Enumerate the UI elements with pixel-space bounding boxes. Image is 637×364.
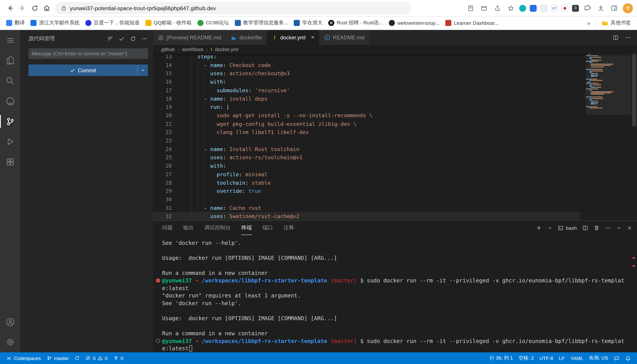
bookmark-item[interactable]: weloveinterns/op... <box>386 18 442 28</box>
commit-button[interactable]: Commit <box>28 64 148 76</box>
maximize-panel-icon[interactable] <box>616 225 621 231</box>
bookmark-item[interactable]: CC98论坛 <box>194 18 232 28</box>
cursor-position[interactable]: 行 36, 列 1 <box>487 355 516 362</box>
settings-gear-icon[interactable] <box>0 332 20 352</box>
code-text: uses: Swatinem/rust-cache@v2 <box>178 212 299 220</box>
extensions-icon[interactable] <box>0 152 20 172</box>
editor-tab[interactable]: [Preview] README.md <box>153 30 226 45</box>
panel-tab[interactable]: 端口 <box>262 221 273 235</box>
chevron-down-icon[interactable] <box>547 225 552 231</box>
favorite-star-icon[interactable] <box>506 3 515 13</box>
explorer-icon[interactable] <box>0 50 20 71</box>
terminal[interactable]: See 'docker run --help'. Usage: docker r… <box>153 235 637 352</box>
problems-indicator[interactable]: 0 0 <box>83 352 110 364</box>
bookmark-item[interactable]: QQ邮箱 - 收件箱 <box>142 18 194 28</box>
panel-tab[interactable]: 问题 <box>162 221 173 235</box>
panel-tab[interactable]: 注释 <box>283 221 294 235</box>
source-control-icon[interactable] <box>0 111 20 132</box>
panel-tab[interactable]: 终端 <box>241 221 252 235</box>
profile-avatar[interactable]: Y <box>623 3 633 13</box>
ports-indicator[interactable]: 0 <box>110 352 126 364</box>
split-window-icon[interactable] <box>609 3 619 13</box>
sync-indicator[interactable] <box>72 352 83 364</box>
language-mode[interactable]: YAML <box>567 356 586 361</box>
refresh-icon[interactable] <box>130 36 136 42</box>
code-text: - name: install deps <box>178 95 268 103</box>
bookmark-item[interactable]: 翻译 <box>3 18 28 28</box>
feedback-icon[interactable] <box>611 356 622 361</box>
code-line: 22 clang llvm libelf1 libelf-dev <box>153 128 580 137</box>
new-terminal-icon[interactable] <box>536 225 542 231</box>
remote-indicator[interactable]: Codespaces <box>3 352 44 364</box>
more-actions-icon[interactable] <box>625 34 631 41</box>
code-editor[interactable]: 13 steps:14 - name: Checkout code15 uses… <box>153 54 637 220</box>
close-tab-icon[interactable]: ✕ <box>311 35 314 40</box>
breadcrumb-item[interactable]: workflows <box>182 47 203 52</box>
commit-check-icon[interactable] <box>119 36 125 42</box>
panel-tab[interactable]: 输出 <box>183 221 194 235</box>
downloads-icon[interactable] <box>596 3 606 13</box>
notifications-bell-icon[interactable] <box>622 356 634 361</box>
editor-tab[interactable]: dockerfile <box>226 30 267 45</box>
kill-terminal-icon[interactable] <box>594 225 600 231</box>
bookmark-favicon <box>145 20 151 26</box>
editor-scrollbar[interactable] <box>632 54 636 126</box>
bookmarks-overflow-icon[interactable]: » <box>585 20 592 26</box>
editor-tab[interactable]: iREADME.md <box>320 30 369 45</box>
run-debug-icon[interactable] <box>0 132 20 152</box>
encoding[interactable]: UTF-8 <box>536 356 556 361</box>
forward-icon[interactable] <box>16 2 28 14</box>
tab-label: README.md <box>333 34 364 41</box>
commit-button-main[interactable]: Commit <box>28 64 137 76</box>
branch-indicator[interactable]: master <box>44 352 72 364</box>
other-bookmarks[interactable]: 其他书签 <box>599 18 634 28</box>
back-icon[interactable] <box>4 2 16 14</box>
breadcrumb-item[interactable]: docker.yml <box>215 47 238 52</box>
url-text[interactable]: yunwei37-potential-space-trout-rpr5qwj66… <box>70 5 216 11</box>
keyboard-layout[interactable]: 布局: US <box>586 355 611 362</box>
bookmark-item[interactable]: RRust 招聘 - Rust语... <box>325 18 386 28</box>
view-sort-icon[interactable] <box>107 36 114 42</box>
address-bar[interactable]: yunwei37-potential-space-trout-rpr5qwj66… <box>55 2 411 14</box>
panel-tab[interactable]: 调试控制台 <box>204 221 231 235</box>
extension-icon-5[interactable] <box>561 5 568 12</box>
terminal-line: Usage: docker run [OPTIONS] IMAGE [COMMA… <box>162 254 637 262</box>
minimap-slider[interactable] <box>586 54 631 115</box>
extension-icon-2[interactable] <box>530 5 536 12</box>
extensions-puzzle-icon[interactable] <box>582 3 592 13</box>
extension-icon-6[interactable]: ⠿ <box>572 5 579 12</box>
minimap[interactable] <box>586 54 631 220</box>
menu-icon[interactable] <box>0 30 20 50</box>
bookmark-item[interactable]: Learner Dashboar... <box>442 18 502 28</box>
terminal-icon <box>558 225 563 231</box>
close-panel-icon[interactable] <box>627 225 632 231</box>
extension-icon-3[interactable] <box>540 5 547 12</box>
bookmark-item[interactable]: 学在浙大 <box>291 18 325 28</box>
search-icon[interactable] <box>0 70 20 91</box>
github-icon[interactable] <box>0 91 20 111</box>
split-terminal-icon[interactable] <box>582 225 588 231</box>
bookmark-item[interactable]: 教学管理信息服务... <box>232 18 291 28</box>
share-icon[interactable] <box>492 3 502 13</box>
extension-icon-4[interactable]: LT <box>551 5 558 12</box>
bookmark-item[interactable]: 浙江大学邮件系统 <box>28 18 83 28</box>
indentation[interactable]: 空格: 2 <box>516 355 536 362</box>
more-actions-icon[interactable] <box>605 225 611 231</box>
collections-icon[interactable] <box>465 3 475 13</box>
reload-icon[interactable] <box>28 2 41 14</box>
browser-tools-icon[interactable] <box>479 3 489 13</box>
editor-tab[interactable]: !docker.yml✕ <box>267 30 320 45</box>
home-icon[interactable] <box>41 2 53 14</box>
split-editor-icon[interactable] <box>613 34 619 41</box>
terminal-instance[interactable]: bash <box>558 225 577 231</box>
more-actions-icon[interactable] <box>141 36 148 42</box>
account-icon[interactable] <box>0 312 20 332</box>
extension-icon-1[interactable] <box>519 5 526 12</box>
commit-dropdown-icon[interactable] <box>137 64 148 76</box>
lock-icon[interactable] <box>61 5 67 11</box>
terminal-line: "docker run" requires at least 1 argumen… <box>162 292 637 300</box>
eol-sequence[interactable]: LF <box>556 356 567 361</box>
commit-message-input[interactable] <box>28 48 148 59</box>
bookmark-item[interactable]: 百度一下，你就知道 <box>83 18 143 28</box>
breadcrumb-item[interactable]: .github <box>160 47 175 52</box>
